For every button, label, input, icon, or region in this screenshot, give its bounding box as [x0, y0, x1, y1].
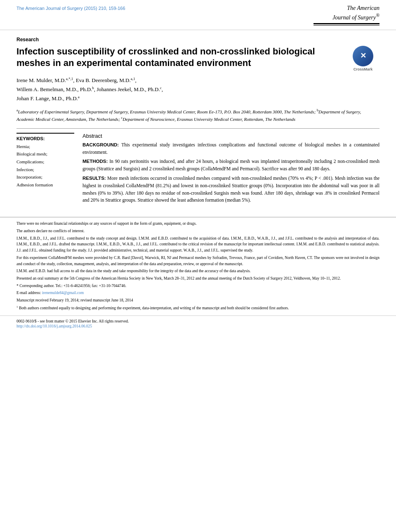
abstract-background: BACKGROUND: This experimental study inve… — [82, 141, 380, 156]
footnote-8-label: E-mail address: — [16, 291, 41, 295]
logo-line-thick — [314, 23, 380, 24]
logo-sup: ® — [376, 13, 380, 18]
affiliations: aLaboratory of Experimental Surgery, Dep… — [16, 108, 380, 122]
section-divider — [16, 128, 380, 129]
background-label: BACKGROUND: — [82, 142, 119, 147]
footnote-8-email: irenemulde84@gmail.com — [42, 291, 84, 295]
logo-line2: Journal of Surgery — [332, 14, 376, 20]
author4-sup: c — [160, 86, 162, 90]
author3-name: Willem A. Bemelman, M.D., Ph.D. — [16, 86, 92, 92]
footnote-3: I.M.M., E.B.D., J.J., and J.F.L. contrib… — [16, 235, 380, 254]
footnote-6: Presented an oral summary at the 5th Con… — [16, 275, 380, 282]
logo-line1: The American — [347, 5, 380, 11]
background-text: This experimental study investigates inf… — [82, 142, 380, 155]
authors: Irene M. Mulder, M.D.a,*,1, Eva B. Deere… — [16, 76, 380, 103]
footnote-7: * Corresponding author. Tel.: +31-6-4624… — [16, 283, 380, 289]
doi-link[interactable]: http://dx.doi.org/10.1016/j.amjsurg.2014… — [16, 324, 380, 328]
footnote-10-text: Both authors contributed equally to desi… — [18, 306, 289, 310]
keyword-4: Infection; — [16, 166, 74, 174]
logo-lines — [314, 23, 380, 26]
methods-label: METHODS: — [82, 159, 108, 164]
journal-citation: The American Journal of Surgery (2015) 2… — [16, 4, 125, 11]
author1-sup: a,*,1 — [66, 77, 73, 81]
footnote-8: E-mail address: irenemulde84@gmail.com — [16, 290, 380, 296]
author1-name: Irene M. Mulder, M.D. — [16, 77, 66, 83]
abstract-results: RESULTS: More mesh infections occurred i… — [82, 175, 380, 204]
footnote-2: The authors declare no conflicts of inte… — [16, 228, 380, 234]
footnote-4: For this experiment CollaMendFM meshes w… — [16, 255, 380, 267]
abstract-title: Abstract — [82, 133, 380, 139]
crossmark-label: CrossMark — [346, 67, 380, 72]
results-label: RESULTS: — [82, 176, 106, 181]
author3-sup: b — [92, 86, 94, 90]
keyword-2: Biological mesh; — [16, 150, 74, 158]
top-bar: The American Journal of Surgery (2015) 2… — [0, 0, 396, 30]
footnote-1: There were no relevant financial relatio… — [16, 221, 380, 227]
copyright-text: 0002-9610/$ - see front matter © 2015 El… — [16, 318, 380, 325]
keywords-column: KEYWORDS: Hernia; Biological mesh; Compl… — [16, 133, 74, 207]
crossmark-cross-icon: ✕ — [360, 51, 366, 61]
keyword-1: Hernia; — [16, 143, 74, 151]
keyword-5: Incorporation; — [16, 173, 74, 181]
methods-text: In 90 rats peritonitis was induced, and … — [82, 159, 380, 171]
journal-logo-text: The American Journal of Surgery® — [314, 4, 380, 21]
journal-logo-box: The American Journal of Surgery® — [314, 4, 380, 26]
author4-name: Johannes Jeekel, M.D., Ph.D. — [97, 86, 160, 92]
crossmark-circle: ✕ — [353, 46, 373, 66]
footnote-5: I.M.M. and E.B.D. had full access to all… — [16, 268, 380, 274]
page: The American Journal of Surgery (2015) 2… — [0, 0, 396, 532]
abstract-methods: METHODS: In 90 rats peritonitis was indu… — [82, 158, 380, 173]
section-label: Research — [16, 37, 380, 42]
main-content: Research Infection susceptibility of cro… — [0, 30, 396, 210]
footer-section: There were no relevant financial relatio… — [0, 217, 396, 311]
author2-sup: a,1 — [131, 77, 135, 81]
keyword-3: Complications; — [16, 158, 74, 166]
abstract-column: Abstract BACKGROUND: This experimental s… — [82, 133, 380, 207]
article-title: Infection susceptibility of crosslinked … — [16, 46, 380, 69]
author5-sup: a — [78, 95, 80, 99]
footnote-9: Manuscript received February 19, 2014; r… — [16, 297, 380, 304]
keywords-list: Hernia; Biological mesh; Complications; … — [16, 143, 74, 189]
results-text: More mesh infections occurred in crossli… — [82, 176, 380, 202]
author5-name: Johan F. Lange, M.D., Ph.D. — [16, 96, 78, 102]
keyword-6: Adhesion formation — [16, 181, 74, 189]
logo-line-thin — [314, 25, 380, 26]
two-col-layout: KEYWORDS: Hernia; Biological mesh; Compl… — [16, 133, 380, 207]
keywords-title: KEYWORDS: — [16, 136, 74, 141]
abstract-text: BACKGROUND: This experimental study inve… — [82, 141, 380, 205]
crossmark-badge: ✕ CrossMark — [346, 46, 380, 72]
author2-name: Eva B. Deerenberg, M.D. — [76, 77, 131, 83]
footnote-10: 1 Both authors contributed equally to de… — [16, 305, 380, 311]
footer-bottom: 0002-9610/$ - see front matter © 2015 El… — [0, 315, 396, 333]
